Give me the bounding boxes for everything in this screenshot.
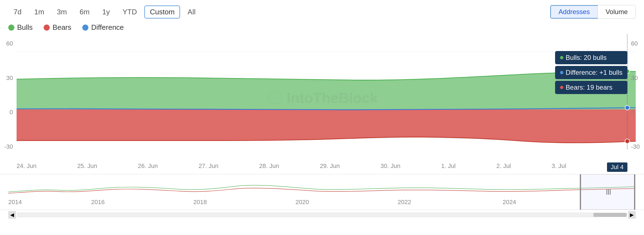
scroll-right-button[interactable]: ▶ (628, 211, 636, 219)
y-label-right-30: 30 (629, 74, 644, 82)
x-label-0: 24. Jun (17, 162, 36, 172)
time-filter-group: 7d 1m 3m 6m 1y YTD Custom All (8, 6, 201, 18)
tooltip-bulls: Bulls: 20 bulls (555, 51, 627, 64)
svg-rect-14 (634, 174, 635, 210)
tooltip-diff-text: Difference: +1 bulls (566, 69, 622, 76)
x-label-8: 2. Jul (496, 162, 511, 172)
svg-text:2014: 2014 (8, 199, 22, 205)
difference-dot (82, 25, 88, 31)
x-label-1: 25. Jun (77, 162, 97, 172)
y-label-30: 30 (0, 74, 15, 82)
x-label-3: 27. Jun (199, 162, 218, 172)
x-label-2: 26. Jun (138, 162, 158, 172)
bulls-dot (8, 25, 14, 31)
tooltip-group: Bulls: 20 bulls Difference: +1 bulls Bea… (555, 51, 627, 94)
svg-text:2018: 2018 (193, 199, 207, 205)
filter-ytd[interactable]: YTD (117, 6, 142, 18)
filter-7d[interactable]: 7d (8, 6, 27, 18)
tooltip-bulls-dot (560, 56, 563, 59)
x-label-5: 29. Jun (320, 162, 340, 172)
legend-bulls: Bulls (8, 23, 33, 32)
view-toggle-group: Addresses Volume (550, 5, 636, 19)
toolbar: 7d 1m 3m 6m 1y YTD Custom All Addresses … (0, 0, 644, 22)
tooltip-bears-text: Bears: 19 bears (566, 84, 612, 91)
tooltip-bulls-text: Bulls: 20 bulls (566, 54, 606, 62)
legend: Bulls Bears Difference (0, 22, 644, 34)
scrollbar-thumb[interactable] (593, 213, 627, 217)
svg-text:2022: 2022 (398, 199, 411, 205)
bears-dot (44, 25, 50, 31)
y-label-neg30: -30 (0, 143, 15, 150)
filter-1m[interactable]: 1m (29, 6, 49, 18)
svg-text:2016: 2016 (91, 199, 105, 205)
svg-rect-13 (580, 174, 581, 210)
tooltip-bears: Bears: 19 bears (555, 81, 627, 94)
y-label-0: 0 (0, 109, 15, 116)
x-label-6: 30. Jun (381, 162, 400, 172)
tooltip-difference: Difference: +1 bulls (555, 66, 627, 79)
legend-difference-label: Difference (91, 23, 124, 32)
y-label-60: 60 (0, 40, 15, 47)
svg-rect-21 (606, 189, 607, 195)
view-volume-button[interactable]: Volume (598, 5, 635, 18)
tooltip-diff-dot (560, 71, 563, 74)
svg-text:2024: 2024 (503, 199, 516, 205)
filter-3m[interactable]: 3m (52, 6, 72, 18)
x-label-4: 28. Jun (259, 162, 279, 172)
main-chart-container: IntoTheBlock 60 30 0 -30 (0, 34, 644, 161)
legend-bulls-label: Bulls (17, 23, 33, 32)
view-addresses-button[interactable]: Addresses (550, 5, 598, 18)
svg-rect-12 (580, 174, 635, 210)
filter-all[interactable]: All (182, 6, 201, 18)
main-chart-svg (17, 34, 636, 161)
filter-1y[interactable]: 1y (97, 6, 115, 18)
filter-custom[interactable]: Custom (144, 6, 180, 18)
y-label-right-0: 0 (629, 109, 644, 116)
navigator-svg: 2014 2016 2018 2020 2022 2024 (0, 174, 644, 210)
tooltip-bears-dot (560, 86, 563, 89)
svg-rect-22 (608, 189, 609, 195)
scroll-left-button[interactable]: ◀ (8, 211, 16, 219)
legend-difference: Difference (82, 23, 124, 32)
x-label-9: 3. Jul (551, 162, 566, 172)
y-label-right-neg30: -30 (629, 143, 644, 150)
x-axis: 24. Jun 25. Jun 26. Jun 27. Jun 28. Jun … (0, 161, 644, 172)
scrollbar-track[interactable] (17, 213, 627, 217)
legend-bears: Bears (44, 23, 71, 32)
navigator[interactable]: 2014 2016 2018 2020 2022 2024 (0, 174, 644, 210)
scrollbar: ◀ ▶ (0, 210, 644, 220)
svg-rect-23 (610, 189, 611, 195)
filter-6m[interactable]: 6m (74, 6, 95, 18)
x-label-7: 1. Jul (441, 162, 456, 172)
y-axis-right: 60 30 0 -30 (629, 34, 644, 161)
y-label-right-60: 60 (629, 40, 644, 47)
x-label-highlighted: Jul 4 (607, 162, 627, 172)
legend-bears-label: Bears (52, 23, 71, 32)
y-axis-left: 60 30 0 -30 (0, 34, 15, 161)
svg-text:2020: 2020 (295, 199, 309, 205)
